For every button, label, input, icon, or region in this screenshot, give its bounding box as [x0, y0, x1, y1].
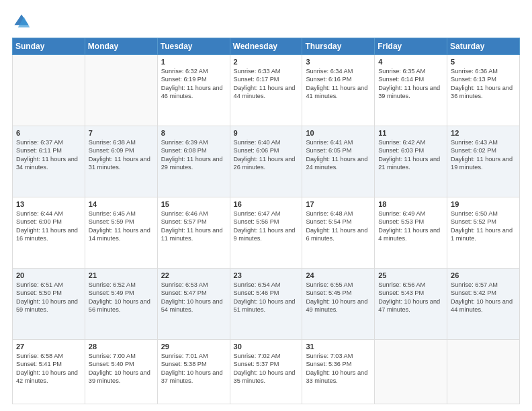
- weekday-header: Thursday: [302, 38, 375, 55]
- day-info: Sunrise: 6:49 AM Sunset: 5:53 PM Dayligh…: [378, 210, 443, 243]
- calendar-cell: 30Sunrise: 7:02 AM Sunset: 5:37 PM Dayli…: [230, 339, 302, 404]
- day-number: 21: [89, 271, 154, 279]
- calendar-header-row: SundayMondayTuesdayWednesdayThursdayFrid…: [13, 38, 520, 55]
- day-number: 3: [306, 58, 371, 66]
- calendar-cell: 4Sunrise: 6:35 AM Sunset: 6:14 PM Daylig…: [375, 55, 447, 126]
- calendar-cell: 12Sunrise: 6:43 AM Sunset: 6:02 PM Dayli…: [447, 126, 520, 197]
- day-info: Sunrise: 6:53 AM Sunset: 5:47 PM Dayligh…: [161, 281, 226, 314]
- day-number: 11: [378, 129, 443, 137]
- day-info: Sunrise: 7:01 AM Sunset: 5:38 PM Dayligh…: [161, 352, 226, 385]
- calendar-cell: 27Sunrise: 6:58 AM Sunset: 5:41 PM Dayli…: [13, 339, 85, 404]
- calendar-cell: 1Sunrise: 6:32 AM Sunset: 6:19 PM Daylig…: [157, 55, 230, 126]
- day-info: Sunrise: 6:43 AM Sunset: 6:02 PM Dayligh…: [451, 138, 516, 172]
- day-info: Sunrise: 6:37 AM Sunset: 6:11 PM Dayligh…: [16, 138, 81, 172]
- day-info: Sunrise: 6:35 AM Sunset: 6:14 PM Dayligh…: [378, 67, 443, 101]
- day-number: 16: [234, 200, 299, 208]
- logo: [12, 12, 34, 31]
- day-info: Sunrise: 6:51 AM Sunset: 5:50 PM Dayligh…: [16, 281, 81, 314]
- calendar-cell: 8Sunrise: 6:39 AM Sunset: 6:08 PM Daylig…: [157, 126, 230, 197]
- calendar-cell: 10Sunrise: 6:41 AM Sunset: 6:05 PM Dayli…: [302, 126, 375, 197]
- day-number: 7: [89, 129, 154, 137]
- calendar-cell: 3Sunrise: 6:34 AM Sunset: 6:16 PM Daylig…: [302, 55, 375, 126]
- day-number: 1: [161, 58, 226, 66]
- calendar-cell: 5Sunrise: 6:36 AM Sunset: 6:13 PM Daylig…: [447, 55, 520, 126]
- weekday-header: Wednesday: [230, 38, 302, 55]
- calendar-cell: 21Sunrise: 6:52 AM Sunset: 5:49 PM Dayli…: [85, 268, 157, 339]
- day-info: Sunrise: 6:38 AM Sunset: 6:09 PM Dayligh…: [89, 138, 154, 172]
- calendar-cell: 15Sunrise: 6:46 AM Sunset: 5:57 PM Dayli…: [157, 197, 230, 268]
- weekday-header: Saturday: [447, 38, 520, 55]
- day-info: Sunrise: 6:57 AM Sunset: 5:42 PM Dayligh…: [451, 281, 516, 314]
- calendar-cell: 9Sunrise: 6:40 AM Sunset: 6:06 PM Daylig…: [230, 126, 302, 197]
- day-info: Sunrise: 6:48 AM Sunset: 5:54 PM Dayligh…: [306, 210, 371, 243]
- day-info: Sunrise: 7:00 AM Sunset: 5:40 PM Dayligh…: [89, 352, 154, 385]
- day-number: 9: [234, 129, 299, 137]
- calendar-week-row: 13Sunrise: 6:44 AM Sunset: 6:00 PM Dayli…: [13, 197, 520, 268]
- day-number: 20: [16, 271, 81, 279]
- calendar-cell: 16Sunrise: 6:47 AM Sunset: 5:56 PM Dayli…: [230, 197, 302, 268]
- day-info: Sunrise: 6:34 AM Sunset: 6:16 PM Dayligh…: [306, 67, 371, 101]
- calendar-cell: 31Sunrise: 7:03 AM Sunset: 5:36 PM Dayli…: [302, 339, 375, 404]
- weekday-header: Monday: [85, 38, 157, 55]
- calendar-cell: 6Sunrise: 6:37 AM Sunset: 6:11 PM Daylig…: [13, 126, 85, 197]
- day-info: Sunrise: 6:56 AM Sunset: 5:43 PM Dayligh…: [378, 281, 443, 314]
- day-info: Sunrise: 6:39 AM Sunset: 6:08 PM Dayligh…: [161, 138, 226, 172]
- day-info: Sunrise: 6:32 AM Sunset: 6:19 PM Dayligh…: [161, 67, 226, 101]
- day-number: 15: [161, 200, 226, 208]
- calendar-cell: 7Sunrise: 6:38 AM Sunset: 6:09 PM Daylig…: [85, 126, 157, 197]
- calendar-cell: 29Sunrise: 7:01 AM Sunset: 5:38 PM Dayli…: [157, 339, 230, 404]
- day-info: Sunrise: 6:50 AM Sunset: 5:52 PM Dayligh…: [451, 210, 516, 243]
- calendar-cell: 24Sunrise: 6:55 AM Sunset: 5:45 PM Dayli…: [302, 268, 375, 339]
- day-info: Sunrise: 6:46 AM Sunset: 5:57 PM Dayligh…: [161, 210, 226, 243]
- calendar-cell: 22Sunrise: 6:53 AM Sunset: 5:47 PM Dayli…: [157, 268, 230, 339]
- calendar-week-row: 20Sunrise: 6:51 AM Sunset: 5:50 PM Dayli…: [13, 268, 520, 339]
- calendar-cell: 23Sunrise: 6:54 AM Sunset: 5:46 PM Dayli…: [230, 268, 302, 339]
- day-info: Sunrise: 6:54 AM Sunset: 5:46 PM Dayligh…: [234, 281, 299, 314]
- day-number: 12: [451, 129, 516, 137]
- header: [12, 12, 520, 31]
- logo-icon: [12, 12, 31, 31]
- day-number: 6: [16, 129, 81, 137]
- weekday-header: Sunday: [13, 38, 85, 55]
- calendar-cell: [13, 55, 85, 126]
- day-info: Sunrise: 7:03 AM Sunset: 5:36 PM Dayligh…: [306, 352, 371, 385]
- day-number: 26: [451, 271, 516, 279]
- page: SundayMondayTuesdayWednesdayThursdayFrid…: [0, 0, 532, 411]
- calendar-table: SundayMondayTuesdayWednesdayThursdayFrid…: [12, 38, 520, 404]
- calendar-cell: 14Sunrise: 6:45 AM Sunset: 5:59 PM Dayli…: [85, 197, 157, 268]
- calendar-week-row: 6Sunrise: 6:37 AM Sunset: 6:11 PM Daylig…: [13, 126, 520, 197]
- day-info: Sunrise: 6:42 AM Sunset: 6:03 PM Dayligh…: [378, 138, 443, 172]
- calendar-cell: [375, 339, 447, 404]
- calendar-cell: 13Sunrise: 6:44 AM Sunset: 6:00 PM Dayli…: [13, 197, 85, 268]
- calendar-cell: 28Sunrise: 7:00 AM Sunset: 5:40 PM Dayli…: [85, 339, 157, 404]
- day-number: 10: [306, 129, 371, 137]
- day-info: Sunrise: 6:55 AM Sunset: 5:45 PM Dayligh…: [306, 281, 371, 314]
- day-number: 23: [234, 271, 299, 279]
- calendar-cell: 26Sunrise: 6:57 AM Sunset: 5:42 PM Dayli…: [447, 268, 520, 339]
- day-number: 25: [378, 271, 443, 279]
- day-number: 14: [89, 200, 154, 208]
- calendar-week-row: 1Sunrise: 6:32 AM Sunset: 6:19 PM Daylig…: [13, 55, 520, 126]
- calendar-week-row: 27Sunrise: 6:58 AM Sunset: 5:41 PM Dayli…: [13, 339, 520, 404]
- calendar-cell: [85, 55, 157, 126]
- day-info: Sunrise: 6:36 AM Sunset: 6:13 PM Dayligh…: [451, 67, 516, 101]
- day-number: 13: [16, 200, 81, 208]
- day-info: Sunrise: 6:33 AM Sunset: 6:17 PM Dayligh…: [234, 67, 299, 101]
- day-number: 19: [451, 200, 516, 208]
- calendar-cell: [447, 339, 520, 404]
- day-number: 28: [89, 342, 154, 351]
- day-info: Sunrise: 6:41 AM Sunset: 6:05 PM Dayligh…: [306, 138, 371, 172]
- calendar-cell: 19Sunrise: 6:50 AM Sunset: 5:52 PM Dayli…: [447, 197, 520, 268]
- day-number: 2: [234, 58, 299, 66]
- calendar-cell: 18Sunrise: 6:49 AM Sunset: 5:53 PM Dayli…: [375, 197, 447, 268]
- day-info: Sunrise: 6:58 AM Sunset: 5:41 PM Dayligh…: [16, 352, 81, 385]
- day-number: 27: [16, 342, 81, 351]
- day-info: Sunrise: 6:52 AM Sunset: 5:49 PM Dayligh…: [89, 281, 154, 314]
- calendar-cell: 20Sunrise: 6:51 AM Sunset: 5:50 PM Dayli…: [13, 268, 85, 339]
- day-number: 5: [451, 58, 516, 66]
- day-number: 30: [234, 342, 299, 351]
- day-info: Sunrise: 6:45 AM Sunset: 5:59 PM Dayligh…: [89, 210, 154, 243]
- day-number: 29: [161, 342, 226, 351]
- day-number: 18: [378, 200, 443, 208]
- day-number: 17: [306, 200, 371, 208]
